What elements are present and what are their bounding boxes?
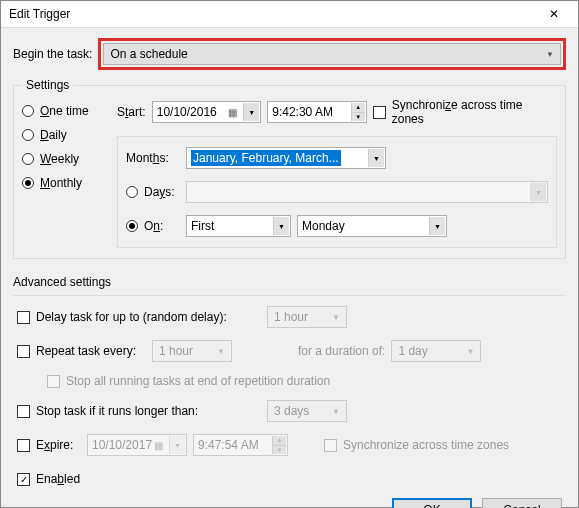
chevron-down-icon: ▼ <box>546 50 554 59</box>
advanced-group: Delay task for up to (random delay): 1 h… <box>13 295 566 490</box>
advanced-legend: Advanced settings <box>13 275 566 289</box>
radio-icon <box>22 129 34 141</box>
duration-label: for a duration of: <box>298 344 385 358</box>
close-icon: ✕ <box>549 7 559 21</box>
highlight-box: On a schedule ▼ <box>98 38 566 70</box>
radio-monthly[interactable]: Monthly <box>22 176 107 190</box>
time-spinner: ▲▼ <box>272 436 286 454</box>
chevron-down-icon: ▼ <box>368 149 384 167</box>
cancel-button[interactable]: Cancel <box>482 498 562 508</box>
repeat-checkbox[interactable] <box>17 345 30 358</box>
chevron-down-icon: ▼ <box>243 103 259 121</box>
stop-if-checkbox[interactable] <box>17 405 30 418</box>
on-weekday-select[interactable]: Monday ▼ <box>297 215 447 237</box>
enabled-checkbox[interactable] <box>17 473 30 486</box>
edit-trigger-window: Edit Trigger ✕ Begin the task: On a sche… <box>0 0 579 508</box>
ok-button[interactable]: OK <box>392 498 472 508</box>
settings-group: Settings One time Daily Weekly <box>13 78 566 259</box>
radio-one-time[interactable]: One time <box>22 104 107 118</box>
repeat-select: 1 hour ▼ <box>152 340 232 362</box>
titlebar: Edit Trigger ✕ <box>1 1 578 28</box>
months-label: Months: <box>126 151 180 165</box>
calendar-icon: ▦ <box>228 107 242 118</box>
stop-if-select: 3 days ▼ <box>267 400 347 422</box>
radio-icon <box>126 220 138 232</box>
button-bar: OK Cancel <box>13 490 566 508</box>
expire-date-picker: 10/10/2017 ▦ ▼ <box>87 434 187 456</box>
radio-on[interactable]: On: <box>126 219 180 233</box>
start-time-picker[interactable]: 9:42:30 AM ▲▼ <box>267 101 367 123</box>
chevron-down-icon: ▼ <box>429 217 445 235</box>
sync-tz-label: Synchronize across time zones <box>392 98 557 126</box>
time-spinner[interactable]: ▲▼ <box>351 103 365 121</box>
radio-weekly[interactable]: Weekly <box>22 152 107 166</box>
begin-task-label: Begin the task: <box>13 47 92 61</box>
expire-sync-checkbox <box>324 439 337 452</box>
on-ordinal-select[interactable]: First ▼ <box>186 215 291 237</box>
on-ordinal-value: First <box>191 219 214 233</box>
window-title: Edit Trigger <box>9 7 534 21</box>
chevron-down-icon: ▼ <box>332 407 340 416</box>
calendar-icon: ▦ <box>154 440 168 451</box>
enabled-label: Enabled <box>36 472 80 486</box>
duration-select: 1 day ▼ <box>391 340 481 362</box>
dialog-body: Begin the task: On a schedule ▼ Settings… <box>1 28 578 508</box>
stop-if-value: 3 days <box>274 404 309 418</box>
start-date-picker[interactable]: 10/10/2016 ▦ ▼ <box>152 101 262 123</box>
expire-date-value: 10/10/2017 <box>92 438 152 452</box>
stop-running-label: Stop all running tasks at end of repetit… <box>66 374 330 388</box>
delay-checkbox[interactable] <box>17 311 30 324</box>
recurrence-radios: One time Daily Weekly Monthly <box>22 98 107 248</box>
expire-time-picker: 9:47:54 AM ▲▼ <box>193 434 288 456</box>
radio-icon <box>126 186 138 198</box>
stop-if-label: Stop task if it runs longer than: <box>36 404 261 418</box>
chevron-down-icon: ▼ <box>332 313 340 322</box>
chevron-down-icon: ▼ <box>217 347 225 356</box>
expire-time-value: 9:47:54 AM <box>198 438 259 452</box>
settings-legend: Settings <box>22 78 73 92</box>
expire-label: Expire: <box>36 438 81 452</box>
sync-tz-checkbox[interactable] <box>373 106 386 119</box>
begin-task-value: On a schedule <box>110 47 187 61</box>
radio-icon <box>22 153 34 165</box>
start-date-value: 10/10/2016 <box>157 105 217 119</box>
close-button[interactable]: ✕ <box>534 1 574 27</box>
radio-daily[interactable]: Daily <box>22 128 107 142</box>
delay-label: Delay task for up to (random delay): <box>36 310 261 324</box>
begin-task-combobox[interactable]: On a schedule ▼ <box>103 43 561 65</box>
repeat-value: 1 hour <box>159 344 193 358</box>
expire-checkbox[interactable] <box>17 439 30 452</box>
repeat-label: Repeat task every: <box>36 344 146 358</box>
begin-row: Begin the task: On a schedule ▼ <box>13 38 566 70</box>
duration-value: 1 day <box>398 344 427 358</box>
radio-days[interactable]: Days: <box>126 185 180 199</box>
chevron-down-icon: ▼ <box>169 436 185 454</box>
months-select[interactable]: January, February, March... ▼ <box>186 147 386 169</box>
on-weekday-value: Monday <box>302 219 345 233</box>
monthly-group: Months: January, February, March... ▼ Da… <box>117 136 557 248</box>
start-label: Start: <box>117 105 146 119</box>
radio-icon <box>22 177 34 189</box>
days-select: ▼ <box>186 181 548 203</box>
stop-running-checkbox <box>47 375 60 388</box>
chevron-down-icon: ▼ <box>530 183 546 201</box>
months-value: January, February, March... <box>191 150 341 166</box>
schedule-column: Start: 10/10/2016 ▦ ▼ 9:42:30 AM ▲▼ Sync… <box>117 98 557 248</box>
start-time-value: 9:42:30 AM <box>272 105 333 119</box>
delay-select: 1 hour ▼ <box>267 306 347 328</box>
delay-value: 1 hour <box>274 310 308 324</box>
chevron-down-icon: ▼ <box>273 217 289 235</box>
expire-sync-label: Synchronize across time zones <box>343 438 509 452</box>
radio-icon <box>22 105 34 117</box>
chevron-down-icon: ▼ <box>466 347 474 356</box>
